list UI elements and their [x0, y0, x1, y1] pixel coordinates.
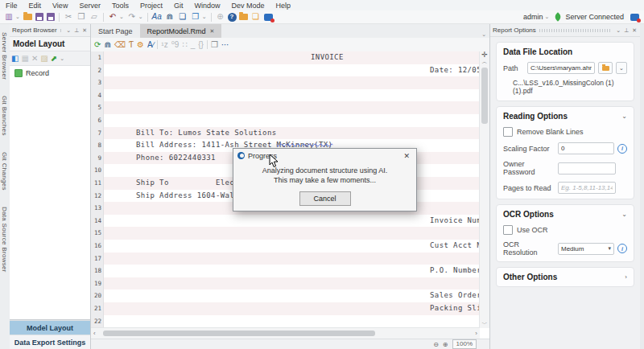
- add-child-icon[interactable]: ▦: [21, 55, 28, 63]
- window-layout-icon[interactable]: ❏: [177, 12, 188, 23]
- pages-to-read-input[interactable]: [558, 182, 616, 194]
- pin-icon[interactable]: ⊥: [623, 27, 630, 34]
- chevron-down-icon[interactable]: ⌄: [615, 27, 621, 34]
- delete-icon[interactable]: ✕: [31, 55, 38, 63]
- add-record-icon[interactable]: ◧: [11, 55, 19, 63]
- close-icon[interactable]: ✕: [210, 28, 215, 35]
- font-icon[interactable]: A∕: [147, 41, 154, 49]
- cancel-button[interactable]: Cancel: [299, 191, 351, 206]
- new-report-icon[interactable]: ▥: [3, 12, 14, 23]
- chevron-down-icon[interactable]: ⌄: [65, 27, 72, 34]
- scroll-down-icon[interactable]: ﹀: [482, 320, 488, 328]
- side-tab-git-changes[interactable]: Git Changes: [0, 144, 9, 199]
- close-icon[interactable]: ✕: [631, 27, 638, 34]
- tab-start-page[interactable]: Start Page: [91, 24, 140, 38]
- info-icon[interactable]: i: [617, 244, 627, 253]
- path-dropdown-button[interactable]: ⌄: [616, 62, 627, 74]
- save-icon[interactable]: [35, 13, 43, 21]
- panel-tab-data-export-settings[interactable]: Data Export Settings: [10, 335, 90, 349]
- info-icon[interactable]: i: [617, 144, 627, 154]
- browse-button[interactable]: [598, 62, 613, 74]
- menu-project[interactable]: Project: [134, 2, 168, 10]
- path-input[interactable]: [527, 62, 595, 74]
- dialog-titlebar[interactable]: Progress ✕: [233, 149, 416, 162]
- auto-create-fields-icon[interactable]: ⚙: [137, 41, 144, 49]
- menu-dev-mode[interactable]: Dev Mode: [225, 2, 270, 10]
- cut-icon[interactable]: ✂: [63, 12, 74, 23]
- braces-icon[interactable]: {}: [198, 41, 204, 49]
- horizontal-scrollbar[interactable]: ‹ ›: [91, 327, 480, 339]
- export-layout-icon[interactable]: ⬈: [51, 55, 57, 63]
- close-icon[interactable]: ✕: [401, 152, 412, 160]
- notifications-icon[interactable]: [630, 14, 639, 21]
- ocr-resolution-select[interactable]: Medium ▾: [558, 243, 614, 255]
- zoom-level[interactable]: 100%: [452, 339, 477, 349]
- menu-git[interactable]: Git: [168, 2, 189, 10]
- side-tab-git-branches[interactable]: Git Branches: [0, 88, 9, 144]
- panel-tab-model-layout[interactable]: Model Layout: [10, 320, 90, 335]
- attach-icon[interactable]: ⊕: [215, 12, 226, 23]
- side-tab-data-source-browser[interactable]: Data Source Browser: [0, 199, 9, 281]
- pin-icon[interactable]: ⊥: [73, 27, 80, 34]
- copy-icon[interactable]: ❐: [76, 12, 87, 23]
- paste-icon[interactable]: ▱: [89, 12, 100, 23]
- drag-handle[interactable]: [539, 29, 612, 32]
- underscore-icon[interactable]: _: [191, 41, 196, 49]
- help-icon[interactable]: ?: [228, 13, 237, 22]
- menu-window[interactable]: Window: [188, 2, 225, 10]
- vertical-scrollbar[interactable]: ✛ ︿ ﹀: [479, 51, 489, 328]
- export-icon[interactable]: ❐: [190, 12, 201, 23]
- other-options-card[interactable]: Other Options ›: [496, 267, 634, 287]
- feedback-icon[interactable]: [264, 14, 273, 21]
- splitter-icon[interactable]: ✛: [481, 51, 488, 58]
- scroll-thumb[interactable]: [103, 331, 375, 336]
- erase-field-icon[interactable]: ⌫: [114, 41, 126, 49]
- chevron-down-icon[interactable]: ⌄: [481, 31, 489, 38]
- menu-server[interactable]: Server: [73, 2, 106, 10]
- redo-icon[interactable]: ↷: [126, 12, 138, 23]
- more-options-icon[interactable]: ⋯: [221, 41, 229, 49]
- user-name[interactable]: admin: [523, 13, 543, 21]
- collapse-icon[interactable]: ⌄: [621, 211, 627, 218]
- zoom-in-icon[interactable]: ⊕: [443, 341, 448, 348]
- scroll-up-icon[interactable]: ︿: [482, 58, 488, 66]
- menu-tools[interactable]: Tools: [106, 2, 134, 10]
- chevron-down-icon[interactable]: ⌄: [138, 14, 143, 20]
- scaling-factor-input[interactable]: [558, 142, 614, 154]
- chevron-down-icon[interactable]: ⌄: [202, 14, 207, 20]
- text-pattern-icon[interactable]: Ƭ: [129, 41, 134, 49]
- auto-generate-layout-icon[interactable]: ⟳: [94, 41, 101, 49]
- owner-password-input[interactable]: [558, 162, 616, 174]
- superscript-icon[interactable]: ⁰9: [171, 41, 180, 49]
- chevron-right-icon[interactable]: ›: [625, 273, 627, 281]
- collapse-icon[interactable]: ⌄: [621, 113, 627, 120]
- duplicate-icon[interactable]: ▨: [40, 55, 47, 63]
- undo-icon[interactable]: ↶: [107, 12, 118, 23]
- window-alert-icon[interactable]: ❏: [250, 12, 262, 23]
- recent-folder-icon[interactable]: [239, 14, 248, 20]
- close-icon[interactable]: ✕: [81, 27, 88, 34]
- menu-view[interactable]: View: [47, 2, 73, 10]
- menu-help[interactable]: Help: [270, 2, 297, 10]
- chevron-down-icon[interactable]: ⌄: [15, 14, 20, 20]
- remove-blank-lines-checkbox[interactable]: [503, 127, 513, 137]
- tree-item-record[interactable]: Record: [14, 69, 85, 77]
- drag-handle[interactable]: [60, 29, 63, 32]
- side-tab-server-browser[interactable]: Server Browser: [0, 24, 9, 88]
- find-icon[interactable]: ⋒: [104, 41, 110, 49]
- chevron-down-icon[interactable]: ⌄: [119, 14, 124, 20]
- align-dots-icon[interactable]: ∷: [182, 41, 187, 49]
- scroll-thumb[interactable]: [481, 68, 488, 124]
- export-check-icon[interactable]: ❐: [211, 41, 218, 49]
- chevron-down-icon[interactable]: ⌄: [545, 14, 550, 20]
- chevron-down-icon[interactable]: ⌄: [60, 55, 64, 62]
- open-file-icon[interactable]: [23, 14, 32, 20]
- use-ocr-checkbox[interactable]: [503, 225, 513, 235]
- save-all-icon[interactable]: [47, 13, 55, 21]
- scroll-left-icon[interactable]: ‹: [91, 330, 98, 337]
- subscript-icon[interactable]: ¹z: [161, 41, 167, 49]
- scroll-right-icon[interactable]: ›: [473, 330, 480, 337]
- menu-edit[interactable]: Edit: [23, 2, 47, 10]
- font-icon[interactable]: Aa: [151, 12, 163, 23]
- zoom-out-icon[interactable]: ⊖: [433, 341, 439, 348]
